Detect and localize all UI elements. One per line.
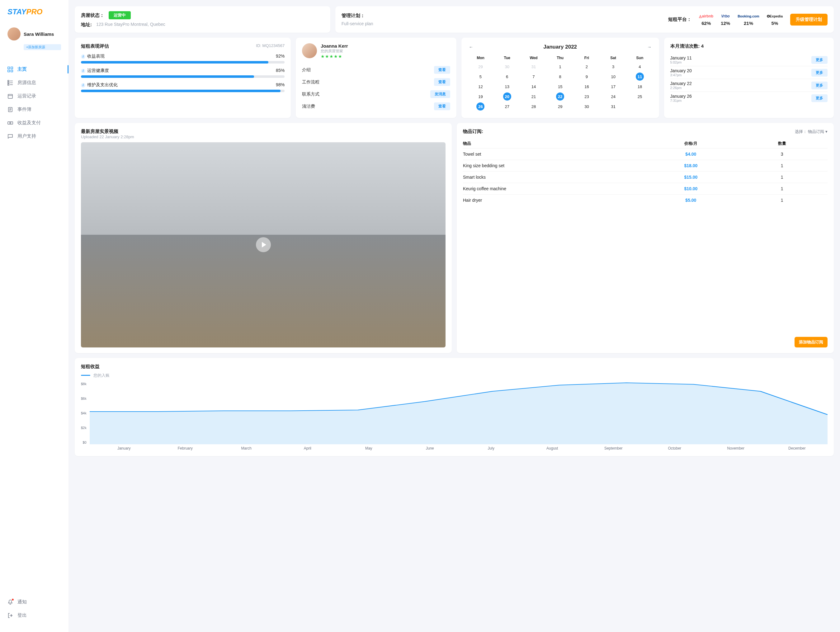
- svg-rect-10: [8, 94, 13, 98]
- calendar-day[interactable]: 9: [583, 73, 591, 81]
- calendar-day[interactable]: 19: [476, 92, 485, 101]
- housekeeper-card: Joanna Kerr 您的房屋管家 ★★★★★ 介绍查看工作流程查看联系方式发…: [296, 38, 456, 118]
- calendar-day[interactable]: 4: [636, 63, 644, 71]
- sidebar: STAYPRO Sara Williams +添加新房源 主页 房源信息 运营记…: [0, 0, 68, 632]
- calendar-day[interactable]: 17: [609, 82, 617, 91]
- add-subscription-button[interactable]: 添加物品订阅: [794, 337, 827, 348]
- keeper-action-button[interactable]: 发消息: [430, 90, 450, 98]
- status-label: 房屋状态：: [81, 13, 104, 18]
- chart-yaxis: $8k$6k$4k$2k$0: [81, 382, 90, 444]
- calendar-day[interactable]: 31: [530, 63, 538, 71]
- calendar-day[interactable]: 1: [556, 63, 564, 71]
- item-qty: 3: [736, 152, 827, 156]
- keeper-action-button[interactable]: 查看: [434, 78, 450, 86]
- calendar-day[interactable]: 15: [556, 82, 564, 91]
- subs-select[interactable]: 选择： 物品订阅 ▾: [795, 129, 827, 134]
- calendar-day[interactable]: 23: [583, 92, 591, 101]
- progress-bar: [81, 75, 284, 78]
- logo: STAYPRO: [0, 8, 68, 24]
- platform-pct: 21%: [737, 21, 759, 26]
- main-content: 房屋状态： 运营中 地址: 123 Rue StayPro Montreal, …: [68, 0, 840, 632]
- platform-expedia: ✪ Expedia 5%: [767, 13, 783, 26]
- info-icon: i: [81, 69, 85, 73]
- calendar-day[interactable]: 12: [476, 82, 485, 91]
- row-2: 短租表现评估 ID: MQ1234567 i收益表现92%i运营健康度85%i维…: [75, 38, 834, 118]
- item-price: $4.00: [646, 152, 737, 156]
- clean-time: 3:47pm: [670, 73, 692, 77]
- clean-more-button[interactable]: 更多: [812, 69, 827, 77]
- keeper-action-button[interactable]: 查看: [434, 103, 450, 110]
- nav-notifications[interactable]: 通知: [0, 595, 68, 609]
- nav-revenue[interactable]: 收益及支付: [0, 116, 68, 130]
- calendar-day[interactable]: 5: [476, 73, 485, 81]
- calendar-day[interactable]: 2: [583, 63, 591, 71]
- calendar-day[interactable]: 29: [476, 63, 485, 71]
- calendar-day[interactable]: 30: [503, 63, 511, 71]
- calendar-day[interactable]: 10: [609, 73, 617, 81]
- calendar-day[interactable]: 3: [609, 63, 617, 71]
- performance-card: 短租表现评估 ID: MQ1234567 i收益表现92%i运营健康度85%i维…: [75, 38, 291, 118]
- nav-logout[interactable]: 登出: [0, 609, 68, 622]
- calendar-day[interactable]: 27: [503, 103, 511, 111]
- calendar-prev[interactable]: ←: [467, 43, 474, 51]
- calendar-day[interactable]: 7: [530, 73, 538, 81]
- calendar-day[interactable]: 18: [636, 82, 644, 91]
- video-thumbnail[interactable]: [81, 142, 445, 348]
- logout-icon: [8, 613, 13, 618]
- item-name: Smart locks: [463, 175, 646, 180]
- calendar-day[interactable]: 24: [609, 92, 617, 101]
- clean-more-button[interactable]: 更多: [812, 82, 827, 89]
- calendar-dow: Tue: [494, 54, 520, 61]
- clean-time: 7:31pm: [670, 99, 692, 103]
- platform-booking: Booking.com 21%: [737, 13, 759, 26]
- calendar-dow: Sun: [627, 54, 652, 61]
- calendar-day[interactable]: 16: [583, 82, 591, 91]
- calendar-dow: Wed: [521, 54, 546, 61]
- calendar-day[interactable]: 6: [503, 73, 511, 81]
- clean-more-button[interactable]: 更多: [812, 56, 827, 64]
- video-card: 最新房屋实景视频 Uploaded 22 January 2:28pm: [75, 123, 452, 353]
- calendar-day[interactable]: 11: [636, 73, 644, 81]
- platform-pct: 5%: [767, 21, 783, 26]
- th-item: 物品: [463, 141, 646, 146]
- add-property-button[interactable]: +添加新房源: [24, 44, 61, 50]
- calendar-next[interactable]: →: [646, 43, 653, 51]
- nav-events[interactable]: 事件簿: [0, 103, 68, 116]
- nav-label: 用户支持: [17, 133, 36, 139]
- nav-operations[interactable]: 运营记录: [0, 89, 68, 103]
- keeper-row-label: 工作流程: [302, 79, 319, 85]
- item-price: $15.00: [646, 175, 737, 180]
- bell-icon: [8, 599, 13, 605]
- calendar-day[interactable]: 20: [503, 92, 511, 101]
- calendar-day[interactable]: 21: [530, 92, 538, 101]
- subscriptions-card: 物品订阅: 选择： 物品订阅 ▾ 物品 价格/月 数量 Towel set$4.…: [457, 123, 834, 353]
- calendar-day[interactable]: 28: [530, 103, 538, 111]
- chart-xaxis: JanuaryFebruaryMarchAprilMayJuneJulyAugu…: [81, 446, 827, 450]
- sidebar-bottom: 通知 登出: [0, 593, 68, 624]
- keeper-row-label: 清洁费: [302, 104, 315, 109]
- platform-label: 短租平台：: [668, 16, 692, 22]
- clean-more-button[interactable]: 更多: [812, 94, 827, 102]
- nav-home[interactable]: 主页: [0, 63, 68, 76]
- calendar-day[interactable]: 14: [530, 82, 538, 91]
- calendar-day[interactable]: 22: [556, 92, 564, 101]
- subs-table-head: 物品 价格/月 数量: [463, 139, 827, 148]
- calendar-day[interactable]: 13: [503, 82, 511, 91]
- calendar-day[interactable]: 8: [556, 73, 564, 81]
- calendar-day[interactable]: 30: [583, 103, 591, 111]
- calendar-day[interactable]: 31: [609, 103, 617, 111]
- vrbo-logo: Vrbo: [721, 13, 730, 19]
- user-profile[interactable]: Sara Williams: [0, 24, 68, 43]
- calendar-day[interactable]: 25: [636, 92, 644, 101]
- nav-property[interactable]: 房源信息: [0, 76, 68, 89]
- calendar-dow: Thu: [547, 54, 573, 61]
- nav-support[interactable]: 用户支持: [0, 130, 68, 143]
- upgrade-plan-button[interactable]: 升级管理计划: [790, 14, 827, 25]
- revenue-chart-card: 短租收益 您的入账 $8k$6k$4k$2k$0 JanuaryFebruary…: [75, 358, 834, 456]
- booking-logo: Booking.com: [737, 13, 759, 19]
- chat-icon: [8, 134, 13, 139]
- calendar-day[interactable]: 26: [476, 103, 485, 111]
- calendar-day[interactable]: 29: [556, 103, 564, 111]
- keeper-action-button[interactable]: 查看: [434, 66, 450, 74]
- table-row: Towel set$4.003: [463, 148, 827, 160]
